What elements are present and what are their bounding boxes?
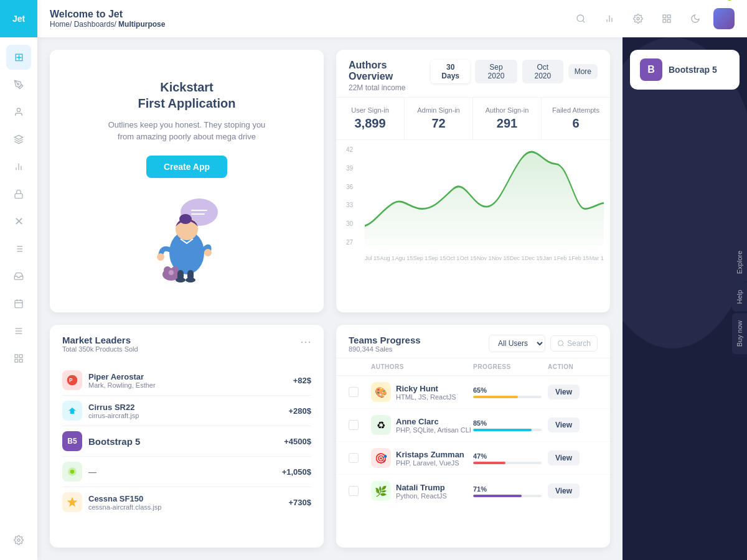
header-right bbox=[570, 8, 735, 29]
row3-author: 🎯 Kristaps Zumman PHP, Laravel, VueJS bbox=[371, 448, 473, 468]
sidebar-item-chart[interactable] bbox=[6, 154, 31, 179]
stat-label-admin: Admin Sign-in bbox=[415, 106, 463, 114]
svg-point-48 bbox=[169, 270, 174, 275]
filter-more[interactable]: More bbox=[568, 64, 598, 79]
row4-checkbox[interactable] bbox=[349, 486, 359, 496]
bootstrap-badge: B Bootstrap 5 bbox=[630, 50, 740, 90]
row1-author: 🎨 Ricky Hunt HTML, JS, ReactJS bbox=[371, 382, 473, 402]
teams-col-progress: PROGRESS bbox=[473, 363, 548, 370]
market-subtitle: Total 350k Products Sold bbox=[62, 345, 138, 353]
sidebar-item-lock[interactable] bbox=[6, 182, 31, 207]
market-logo-5 bbox=[62, 492, 82, 512]
chart-svg-container bbox=[365, 146, 604, 246]
search-icon[interactable] bbox=[570, 8, 591, 29]
teams-header: Teams Progress 890,344 Sales All Users S… bbox=[336, 325, 610, 358]
svg-point-51 bbox=[176, 278, 186, 282]
market-logo-4 bbox=[62, 462, 82, 482]
svg-point-30 bbox=[637, 17, 639, 20]
teams-title: Teams Progress bbox=[349, 335, 421, 345]
stat-admin-signin: Admin Sign-in 72 bbox=[405, 98, 473, 139]
market-item-1: P Piper Aerostar Mark, Rowling, Esther +… bbox=[62, 365, 311, 396]
teams-search[interactable]: Search bbox=[550, 335, 598, 352]
table-row: ♻ Anne Clarc PHP, SQLite, Artisan CLI 85… bbox=[336, 409, 610, 442]
market-item-5: Cessna SF150 cessna-aircraft.class.jsp +… bbox=[62, 487, 311, 517]
sidebar-item-template[interactable] bbox=[6, 346, 31, 371]
row1-avatar: 🎨 bbox=[371, 382, 391, 402]
dark-mode-icon[interactable] bbox=[685, 8, 706, 29]
teams-col-action: ACTION bbox=[548, 363, 598, 370]
teams-col-authors: AUTHORS bbox=[371, 363, 473, 370]
svg-line-26 bbox=[583, 21, 585, 22]
stat-value-user: 3,899 bbox=[346, 116, 394, 131]
market-header-row: Market Leaders Total 350k Products Sold … bbox=[62, 335, 311, 360]
header: Welcome to Jet Home/ Dashboards/ Multipu… bbox=[37, 0, 747, 37]
row1-checkbox[interactable] bbox=[349, 387, 359, 397]
market-item-4: — +1,050$ bbox=[62, 457, 311, 487]
table-row: 🎯 Kristaps Zumman PHP, Laravel, VueJS 47… bbox=[336, 442, 610, 475]
sidebar-item-layers[interactable] bbox=[6, 127, 31, 152]
sidebar-item-calendar[interactable] bbox=[6, 291, 31, 316]
row3-progress: 47% bbox=[473, 452, 548, 464]
row4-progress: 71% bbox=[473, 485, 548, 497]
authors-overview-card: Authors Overview 22M total income 30 Day… bbox=[336, 50, 610, 312]
row3-view-btn[interactable]: View bbox=[548, 450, 580, 465]
filter-sep2020[interactable]: Sep 2020 bbox=[475, 60, 517, 83]
sidebar-item-list[interactable] bbox=[6, 236, 31, 261]
svg-rect-22 bbox=[19, 359, 22, 362]
help-tab[interactable]: Help bbox=[732, 282, 747, 312]
authors-title: Authors Overview bbox=[349, 60, 431, 82]
sidebar-item-inbox[interactable] bbox=[6, 264, 31, 289]
filter-oct2020[interactable]: Oct 2020 bbox=[522, 60, 563, 83]
filter-30days[interactable]: 30 Days bbox=[431, 60, 470, 83]
users-filter[interactable]: All Users bbox=[489, 335, 545, 352]
stat-failed-attempts: Failed Attempts 6 bbox=[542, 98, 610, 139]
svg-point-25 bbox=[577, 15, 584, 22]
buy-tab[interactable]: Buy now bbox=[732, 313, 747, 354]
create-app-button[interactable]: Create App bbox=[146, 156, 227, 178]
stat-label-author: Author Sign-in bbox=[483, 106, 531, 114]
breadcrumb: Home/ Dashboards/ Multipurpose bbox=[50, 20, 165, 29]
right-side-tabs: Explore Help Buy now bbox=[732, 243, 747, 354]
row2-avatar: ♻ bbox=[371, 415, 391, 435]
sidebar-item-settings[interactable] bbox=[6, 528, 31, 553]
sidebar-logo[interactable]: Jet bbox=[0, 0, 37, 37]
avatar[interactable] bbox=[713, 8, 735, 29]
market-title-block: Market Leaders Total 350k Products Sold bbox=[62, 335, 138, 360]
svg-rect-6 bbox=[15, 194, 22, 198]
svg-point-0 bbox=[17, 83, 19, 85]
svg-marker-57 bbox=[67, 497, 78, 507]
sidebar: Jet ⊞ ✕ bbox=[0, 0, 37, 560]
online-indicator bbox=[727, 0, 732, 1]
sidebar-item-grid[interactable]: ⊞ bbox=[6, 45, 31, 70]
main-content: Kickstart First Application Outlines kee… bbox=[37, 37, 622, 560]
content-area: Kickstart First Application Outlines kee… bbox=[37, 37, 747, 560]
sidebar-item-brush[interactable] bbox=[6, 72, 31, 97]
row2-checkbox[interactable] bbox=[349, 420, 359, 430]
settings-icon[interactable] bbox=[627, 8, 649, 29]
row2-view-btn[interactable]: View bbox=[548, 418, 580, 432]
row3-checkbox[interactable] bbox=[349, 453, 359, 463]
svg-point-56 bbox=[70, 470, 75, 474]
stats-icon[interactable] bbox=[599, 8, 620, 29]
explore-tab[interactable]: Explore bbox=[732, 243, 747, 281]
table-row: 🎨 Ricky Hunt HTML, JS, ReactJS 65% V bbox=[336, 376, 610, 409]
time-filters: 30 Days Sep 2020 Oct 2020 More bbox=[431, 60, 598, 83]
row4-view-btn[interactable]: View bbox=[548, 483, 580, 498]
svg-rect-34 bbox=[663, 19, 666, 22]
sidebar-item-close[interactable]: ✕ bbox=[6, 209, 31, 234]
menu-icon[interactable] bbox=[656, 8, 677, 29]
svg-point-58 bbox=[558, 341, 563, 346]
row4-avatar: 🌿 bbox=[371, 481, 391, 501]
market-info-5: Cessna SF150 cessna-aircraft.class.jsp bbox=[88, 494, 161, 511]
sidebar-item-tools[interactable] bbox=[6, 319, 31, 343]
kickstart-card: Kickstart First Application Outlines kee… bbox=[50, 50, 324, 312]
market-item-bootstrap: B5 Bootstrap 5 +4500$ bbox=[62, 426, 311, 457]
svg-point-24 bbox=[17, 539, 20, 541]
sidebar-item-user[interactable] bbox=[6, 100, 31, 124]
market-menu-icon[interactable]: ⋯ bbox=[300, 335, 311, 360]
row2-progress: 85% bbox=[473, 419, 548, 431]
stat-label-user: User Sign-in bbox=[346, 106, 394, 114]
row1-view-btn[interactable]: View bbox=[548, 385, 580, 399]
stat-value-failed: 6 bbox=[552, 116, 600, 131]
svg-rect-31 bbox=[663, 15, 666, 18]
